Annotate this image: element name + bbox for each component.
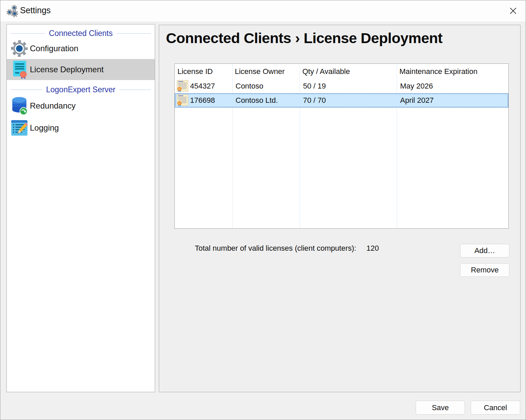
sidebar-group-connected-clients: Connected Clients: [7, 28, 155, 38]
gear-large-bottom: [12, 11, 17, 16]
group-divider-line: [11, 90, 42, 90]
cancel-button[interactable]: Cancel: [471, 401, 520, 415]
close-icon[interactable]: [507, 5, 519, 17]
group-divider-line: [11, 33, 45, 34]
database-sync-icon: [10, 96, 29, 116]
column-header-license-id[interactable]: License ID: [175, 67, 232, 76]
sidebar-item-license-deployment[interactable]: License Deployment: [7, 59, 155, 80]
sidebar-item-label: License Deployment: [30, 65, 104, 74]
log-pencil-icon: [10, 118, 29, 138]
column-header-license-owner[interactable]: License Owner: [232, 67, 300, 76]
sidebar-item-configuration[interactable]: Configuration: [7, 38, 155, 59]
license-table: License ID License Owner Qty / Available…: [174, 63, 509, 229]
breadcrumb: Connected Clients › License Deployment: [166, 30, 443, 46]
main-panel: Connected Clients › License Deployment L…: [159, 25, 521, 392]
sidebar-item-label: Redundancy: [30, 101, 76, 111]
remove-button[interactable]: Remove: [460, 263, 509, 277]
maintenance-expiration-value: May 2026: [397, 82, 508, 91]
certificate-icon: [176, 94, 189, 107]
gear-icon: [10, 39, 29, 58]
gear-small-top: [12, 6, 16, 10]
group-divider-line: [117, 33, 151, 34]
column-header-qty-available[interactable]: Qty / Available: [300, 67, 397, 76]
group-label: Connected Clients: [49, 29, 113, 38]
titlebar: Settings: [0, 0, 526, 21]
add-button[interactable]: Add…: [460, 244, 509, 257]
total-licenses-line: Total number of valid licenses (client c…: [195, 244, 379, 253]
sidebar: Connected Clients Configuration: [6, 24, 155, 392]
sidebar-item-label: Configuration: [30, 44, 78, 53]
sidebar-item-redundancy[interactable]: Redundancy: [7, 94, 155, 117]
table-header-row: License ID License Owner Qty / Available…: [175, 64, 508, 79]
total-licenses-label: Total number of valid licenses (client c…: [195, 244, 356, 252]
sidebar-item-logging[interactable]: Logging: [7, 117, 155, 138]
license-id-value: 176698: [190, 96, 215, 105]
gears-app-icon: [5, 4, 19, 18]
sidebar-group-logonexpert-server: LogonExpert Server: [7, 85, 155, 94]
save-button[interactable]: Save: [416, 401, 465, 415]
total-licenses-value: 120: [367, 244, 379, 252]
column-header-maintenance-expiration[interactable]: Maintenance Expiration: [397, 67, 508, 76]
license-owner-value: Contoso: [233, 82, 300, 91]
settings-dialog: { "window": { "title": "Settings" }, "si…: [0, 0, 526, 420]
maintenance-expiration-value: April 2027: [397, 96, 508, 105]
table-row-selected[interactable]: 176698 Contoso Ltd. 70 / 70 April 2027: [175, 93, 508, 108]
qty-available-value: 50 / 19: [300, 82, 397, 91]
license-id-value: 454327: [190, 82, 215, 91]
license-certificate-icon: [10, 60, 29, 79]
sidebar-item-label: Logging: [30, 123, 59, 133]
gear-small-left: [7, 10, 12, 15]
certificate-icon: [176, 80, 189, 93]
group-divider-line: [119, 90, 151, 90]
license-owner-value: Contoso Ltd.: [233, 96, 300, 105]
table-row[interactable]: 454327 Contoso 50 / 19 May 2026: [175, 79, 508, 93]
group-label: LogonExpert Server: [46, 85, 116, 94]
window-title: Settings: [20, 5, 51, 15]
qty-available-value: 70 / 70: [300, 96, 397, 105]
